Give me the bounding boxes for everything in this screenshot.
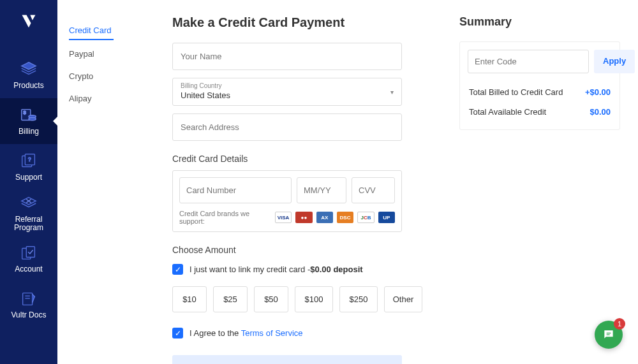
support-icon: ? <box>19 152 38 171</box>
payment-tabs: Credit Card Paypal Crypto Alipay <box>57 0 153 364</box>
svg-point-4 <box>29 118 36 120</box>
cc-box: Credit Card brands we support: VISA ●● A… <box>172 170 402 232</box>
amex-icon: AX <box>316 212 333 223</box>
apply-button[interactable]: Apply <box>594 50 635 73</box>
sidebar-item-billing[interactable]: $ Billing <box>0 98 57 144</box>
sidebar-item-label: Referral Program <box>14 215 43 232</box>
mastercard-icon: ●● <box>295 212 312 223</box>
chevron-down-icon: ▾ <box>390 89 394 96</box>
sidebar-item-label: Support <box>15 173 42 182</box>
sidebar-item-label: Vultr Docs <box>11 311 47 319</box>
billed-label: Total Billed to Credit Card <box>469 87 563 97</box>
svg-text:?: ? <box>28 156 31 163</box>
jcb-icon: JCB <box>357 212 374 223</box>
svg-rect-10 <box>26 247 34 258</box>
amount-50[interactable]: $50 <box>254 286 288 312</box>
tab-crypto[interactable]: Crypto <box>69 65 153 87</box>
cc-section-title: Credit Card Details <box>172 154 427 164</box>
name-field-wrap <box>172 43 402 70</box>
country-label: Billing Country <box>181 82 394 89</box>
tab-alipay[interactable]: Alipay <box>69 87 153 110</box>
cc-brands-label: Credit Card brands we support: <box>179 210 271 225</box>
sidebar-item-support[interactable]: ? Support <box>0 144 57 190</box>
sidebar-item-docs[interactable]: Vultr Docs <box>0 282 57 328</box>
summary-panel: Summary Apply Total Billed to Credit Car… <box>459 0 638 364</box>
link-only-prefix: I just want to link my credit card - <box>189 265 310 274</box>
choose-amount-title: Choose Amount <box>172 245 427 255</box>
agree-row: ✓ I Agree to the Terms of Service <box>172 328 427 339</box>
chat-button[interactable]: 1 <box>595 321 623 349</box>
billed-value: +$0.00 <box>585 87 611 97</box>
chat-badge: 1 <box>614 318 625 330</box>
referral-icon <box>19 194 38 213</box>
amount-100[interactable]: $100 <box>295 286 333 312</box>
tab-credit-card[interactable]: Credit Card <box>69 19 114 40</box>
sidebar-item-products[interactable]: Products <box>0 52 57 98</box>
promo-code-input[interactable] <box>468 50 589 73</box>
cc-number-input[interactable] <box>180 178 291 203</box>
visa-icon: VISA <box>275 212 292 223</box>
docs-icon <box>19 289 38 309</box>
svg-rect-11 <box>23 293 33 305</box>
account-icon <box>19 244 38 263</box>
summary-title: Summary <box>459 15 620 29</box>
cc-cvv-input[interactable] <box>352 178 394 203</box>
tos-link[interactable]: Terms of Service <box>241 328 303 338</box>
products-icon <box>19 60 38 79</box>
agree-prefix: I Agree to the <box>189 328 241 338</box>
amount-10[interactable]: $10 <box>172 286 207 312</box>
discover-icon: DSC <box>337 212 353 223</box>
main: Credit Card Paypal Crypto Alipay Make a … <box>57 0 638 364</box>
sidebar: Products $ Billing ? Support <box>0 0 57 364</box>
agree-checkbox[interactable]: ✓ <box>172 328 183 339</box>
sidebar-item-referral[interactable]: Referral Program <box>0 190 57 236</box>
svg-marker-0 <box>22 62 36 69</box>
logo-icon <box>20 13 38 33</box>
country-select[interactable]: Billing Country United States ▾ <box>172 78 402 106</box>
name-input[interactable] <box>173 43 401 69</box>
amount-250[interactable]: $250 <box>339 286 378 312</box>
address-input[interactable] <box>173 114 401 140</box>
country-value: United States <box>181 91 394 100</box>
sidebar-item-account[interactable]: Account <box>0 236 57 282</box>
link-only-row: ✓ I just want to link my credit card -$0… <box>172 264 427 275</box>
credit-value: $0.00 <box>590 107 611 117</box>
sidebar-item-label: Account <box>15 265 42 273</box>
amount-other[interactable]: Other <box>384 286 422 312</box>
cc-brands-row: Credit Card brands we support: VISA ●● A… <box>179 210 395 225</box>
sidebar-item-label: Billing <box>19 127 39 136</box>
link-only-checkbox[interactable]: ✓ <box>172 264 183 275</box>
agree-label: I Agree to the Terms of Service <box>189 328 303 338</box>
cc-exp-input[interactable] <box>297 178 346 203</box>
sidebar-item-label: Products <box>13 82 43 90</box>
credit-label: Total Available Credit <box>469 107 546 117</box>
payment-form: Make a Credit Card Payment Billing Count… <box>153 0 459 364</box>
billing-icon: $ <box>19 106 38 125</box>
unionpay-icon: UP <box>378 212 395 223</box>
address-field-wrap <box>172 113 402 141</box>
amount-25[interactable]: $25 <box>213 286 248 312</box>
summary-card: Apply Total Billed to Credit Card +$0.00… <box>459 41 620 130</box>
link-only-bold: $0.00 deposit <box>310 265 362 274</box>
amount-options: $10 $25 $50 $100 $250 Other <box>172 286 427 312</box>
page-title: Make a Credit Card Payment <box>172 15 427 30</box>
tab-paypal[interactable]: Paypal <box>69 43 153 65</box>
link-credit-card-button[interactable]: Link Credit Card <box>172 355 402 364</box>
chat-icon <box>602 328 615 341</box>
link-only-label: I just want to link my credit card -$0.0… <box>189 265 363 274</box>
